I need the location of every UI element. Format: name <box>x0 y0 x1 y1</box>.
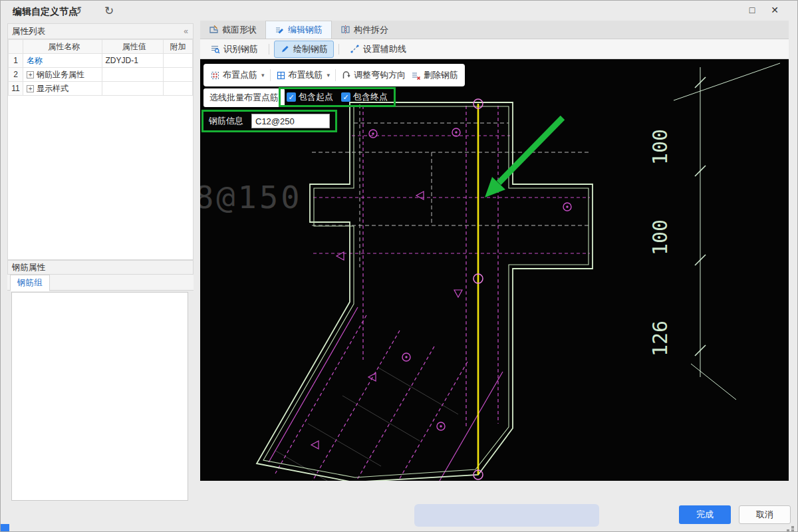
row-number: 1 <box>9 54 23 68</box>
chevron-down-icon[interactable]: ▾ <box>327 72 331 78</box>
dim-text: 100 <box>648 219 672 255</box>
redo-icon[interactable]: ↻ <box>102 4 116 18</box>
section-outline-inner <box>263 106 589 477</box>
line-rebar-icon <box>276 70 286 80</box>
prop-extra[interactable] <box>163 54 192 68</box>
row-number: 2 <box>9 68 23 82</box>
checkbox-checked-icon[interactable]: ✓ <box>341 92 350 102</box>
maximize-icon[interactable]: □ <box>744 5 760 15</box>
prop-value[interactable] <box>102 68 163 82</box>
canvas-toolbar: 布置点筋 ▾ 布置线筋 ▾ <box>203 64 465 86</box>
property-list-header: 属性列表 « <box>7 23 194 39</box>
edit-rebar-icon <box>275 25 285 35</box>
finish-button[interactable]: 完成 <box>679 505 731 524</box>
watermark-overlay <box>414 504 599 527</box>
col-header-extra: 附加 <box>163 40 192 54</box>
identify-rebar-icon <box>210 44 220 54</box>
prop-value[interactable] <box>102 82 163 96</box>
expand-icon[interactable]: + <box>27 85 34 92</box>
rebar-solid-lines <box>269 192 503 481</box>
dimension-lines <box>674 63 780 400</box>
rebar-group-tab-row: 钢筋组 <box>7 275 194 291</box>
draw-rebar-button[interactable]: 绘制钢筋 <box>274 41 334 58</box>
table-row[interactable]: 1 名称 ZDYJD-1 <box>9 54 193 68</box>
close-icon[interactable]: ✕ <box>767 5 783 15</box>
tab-component-split[interactable]: 构件拆分 <box>332 21 397 39</box>
identify-rebar-button[interactable]: 识别钢筋 <box>204 41 264 58</box>
dimension-texts: 100 100 126 <box>648 129 672 356</box>
section-shape-icon <box>209 25 219 35</box>
rebar-info-label: 钢筋信息 <box>209 115 243 127</box>
batch-place-point-rebar-button[interactable]: 选线批量布置点筋 <box>203 88 285 107</box>
app-logo <box>1 524 9 532</box>
resize-grip-icon[interactable] <box>791 526 794 529</box>
prop-name[interactable]: +显示样式 <box>23 82 102 96</box>
section-outline-outer <box>257 102 593 481</box>
rebar-info-input[interactable] <box>251 114 330 128</box>
rebar-dashed-lines <box>275 106 590 481</box>
property-table: 属性名称 属性值 附加 1 名称 ZDYJD-1 2 +钢筋业务属性 <box>8 39 193 96</box>
toolbar-separator <box>335 69 336 81</box>
prop-extra[interactable] <box>163 68 192 82</box>
edit-custom-node-dialog: 编辑自定义节点 ↺ ↻ □ ✕ 属性列表 « 属性名称 属性值 附加 1 名称 … <box>0 0 798 532</box>
prop-name[interactable]: 名称 <box>23 54 102 68</box>
delete-rebar-button[interactable]: 删除钢筋 <box>411 69 458 81</box>
tab-section-shape[interactable]: 截面形状 <box>200 21 265 39</box>
rebar-toolbar: 识别钢筋 绘制钢筋 设置辅助线 <box>200 39 789 59</box>
toolbar-separator <box>338 44 339 55</box>
row-number: 11 <box>9 82 23 96</box>
include-start-option[interactable]: ✓ 包含起点 <box>287 91 333 103</box>
include-end-option[interactable]: ✓ 包含终点 <box>341 91 388 103</box>
rebar-info-group: 钢筋信息 <box>201 110 337 132</box>
checkbox-checked-icon[interactable]: ✓ <box>287 92 296 102</box>
arrow-annotation <box>485 118 563 198</box>
tab-rebar-group[interactable]: 钢筋组 <box>10 275 50 291</box>
dim-text: 100 <box>648 129 672 165</box>
window-title: 编辑自定义节点 <box>13 6 78 18</box>
collapse-panel-icon[interactable]: « <box>184 24 188 39</box>
rebar-group-content[interactable] <box>11 292 188 501</box>
cad-canvas[interactable]: 100 100 126 8@150 <box>200 59 789 481</box>
delete-rebar-icon <box>411 70 421 80</box>
toolbar-separator <box>269 44 269 55</box>
prop-extra[interactable] <box>163 82 192 96</box>
toolbar-separator <box>270 69 271 81</box>
rebar-section-circles <box>369 128 571 430</box>
adjust-hook-button[interactable]: 调整弯钩方向 <box>341 69 406 81</box>
col-header-value: 属性值 <box>102 40 163 54</box>
property-table-container: 属性名称 属性值 附加 1 名称 ZDYJD-1 2 +钢筋业务属性 <box>7 39 194 260</box>
table-header-row: 属性名称 属性值 附加 <box>9 40 193 54</box>
place-point-rebar-button[interactable]: 布置点筋 ▾ <box>210 69 265 81</box>
expand-icon[interactable]: + <box>27 71 34 78</box>
cancel-button[interactable]: 取消 <box>739 505 791 524</box>
editor-panel: 截面形状 编辑钢筋 构件拆分 <box>200 21 789 496</box>
component-split-icon <box>340 25 350 35</box>
col-header-name: 属性名称 <box>23 40 102 54</box>
include-options-group: ✓ 包含起点 ✓ 包含终点 <box>279 87 396 107</box>
left-annotation: 8@150 <box>200 179 302 215</box>
adjust-hook-icon <box>341 70 351 80</box>
auxiliary-line-icon <box>350 44 360 54</box>
prop-name[interactable]: +钢筋业务属性 <box>23 68 102 82</box>
row-number-header <box>9 40 23 54</box>
point-rebar-icon <box>210 70 220 80</box>
chevron-down-icon[interactable]: ▾ <box>261 72 265 78</box>
prop-value[interactable]: ZDYJD-1 <box>102 54 163 68</box>
property-panel: 属性列表 « 属性名称 属性值 附加 1 名称 ZDYJD-1 2 <box>7 23 194 503</box>
set-auxiliary-line-button[interactable]: 设置辅助线 <box>344 41 412 58</box>
draw-rebar-icon <box>280 44 290 54</box>
editor-tabbar: 截面形状 编辑钢筋 构件拆分 <box>200 21 789 39</box>
table-row[interactable]: 11 +显示样式 <box>9 82 193 96</box>
tab-edit-rebar[interactable]: 编辑钢筋 <box>265 21 332 39</box>
dim-text: 126 <box>648 321 672 356</box>
table-row[interactable]: 2 +钢筋业务属性 <box>9 68 193 82</box>
undo-icon[interactable]: ↺ <box>70 4 84 18</box>
rebar-properties-header: 钢筋属性 <box>7 260 194 275</box>
place-line-rebar-button[interactable]: 布置线筋 ▾ <box>276 69 331 81</box>
